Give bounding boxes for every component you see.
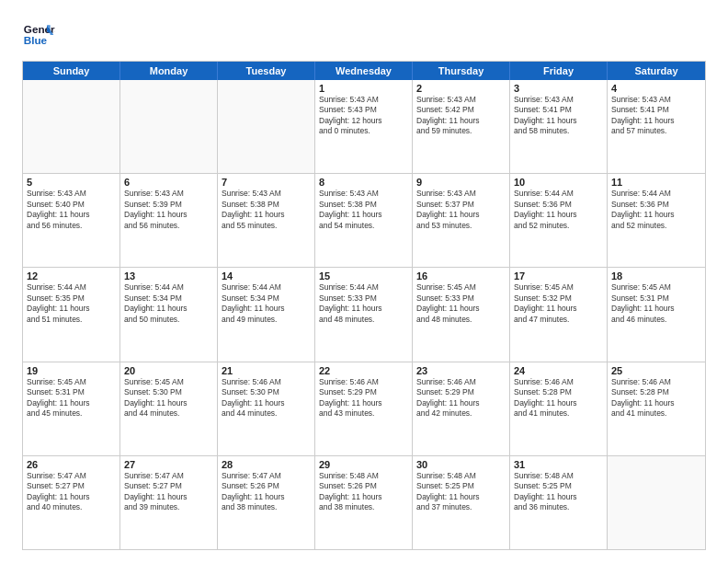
- day-cell-26: 26Sunrise: 5:47 AM Sunset: 5:27 PM Dayli…: [23, 456, 120, 549]
- day-info: Sunrise: 5:46 AM Sunset: 5:29 PM Dayligh…: [319, 377, 408, 419]
- day-number: 9: [416, 177, 506, 188]
- week-row-1: 5Sunrise: 5:43 AM Sunset: 5:40 PM Daylig…: [23, 173, 705, 267]
- day-info: Sunrise: 5:47 AM Sunset: 5:27 PM Dayligh…: [124, 471, 213, 513]
- day-info: Sunrise: 5:45 AM Sunset: 5:30 PM Dayligh…: [124, 377, 213, 419]
- day-number: 18: [611, 270, 701, 282]
- day-cell-18: 18Sunrise: 5:45 AM Sunset: 5:31 PM Dayli…: [608, 268, 705, 361]
- day-cell-24: 24Sunrise: 5:46 AM Sunset: 5:28 PM Dayli…: [510, 362, 608, 455]
- day-cell-29: 29Sunrise: 5:48 AM Sunset: 5:26 PM Dayli…: [315, 456, 413, 549]
- day-info: Sunrise: 5:47 AM Sunset: 5:27 PM Dayligh…: [27, 471, 116, 513]
- day-cell-23: 23Sunrise: 5:46 AM Sunset: 5:29 PM Dayli…: [413, 362, 510, 455]
- day-cell-28: 28Sunrise: 5:47 AM Sunset: 5:26 PM Dayli…: [218, 456, 315, 549]
- day-cell-7: 7Sunrise: 5:43 AM Sunset: 5:38 PM Daylig…: [218, 174, 315, 267]
- header-day-wednesday: Wednesday: [315, 62, 413, 80]
- day-cell-30: 30Sunrise: 5:48 AM Sunset: 5:25 PM Dayli…: [413, 456, 510, 549]
- day-number: 6: [124, 177, 213, 188]
- day-cell-27: 27Sunrise: 5:47 AM Sunset: 5:27 PM Dayli…: [120, 456, 218, 549]
- day-cell-3: 3Sunrise: 5:43 AM Sunset: 5:41 PM Daylig…: [510, 80, 608, 173]
- day-number: 21: [222, 365, 311, 376]
- day-number: 22: [319, 365, 408, 376]
- day-number: 27: [124, 459, 213, 470]
- svg-text:Blue: Blue: [24, 34, 48, 46]
- day-info: Sunrise: 5:44 AM Sunset: 5:36 PM Dayligh…: [514, 189, 603, 231]
- day-number: 16: [416, 270, 506, 282]
- day-info: Sunrise: 5:46 AM Sunset: 5:28 PM Dayligh…: [514, 377, 603, 419]
- day-number: 31: [514, 459, 603, 470]
- week-row-3: 19Sunrise: 5:45 AM Sunset: 5:31 PM Dayli…: [23, 362, 705, 455]
- day-number: 12: [27, 270, 116, 282]
- day-number: 2: [416, 83, 506, 94]
- day-number: 1: [319, 83, 408, 94]
- day-info: Sunrise: 5:46 AM Sunset: 5:28 PM Dayligh…: [611, 377, 701, 419]
- week-row-4: 26Sunrise: 5:47 AM Sunset: 5:27 PM Dayli…: [23, 455, 705, 549]
- day-info: Sunrise: 5:44 AM Sunset: 5:36 PM Dayligh…: [611, 189, 701, 231]
- day-info: Sunrise: 5:44 AM Sunset: 5:34 PM Dayligh…: [124, 282, 213, 325]
- header-day-sunday: Sunday: [23, 62, 120, 80]
- day-cell-16: 16Sunrise: 5:45 AM Sunset: 5:33 PM Dayli…: [413, 268, 510, 361]
- day-cell-10: 10Sunrise: 5:44 AM Sunset: 5:36 PM Dayli…: [510, 174, 608, 267]
- header-day-thursday: Thursday: [413, 62, 510, 80]
- day-cell-21: 21Sunrise: 5:46 AM Sunset: 5:30 PM Dayli…: [218, 362, 315, 455]
- day-number: 30: [416, 459, 506, 470]
- day-number: 17: [514, 270, 603, 282]
- day-number: 19: [27, 365, 116, 376]
- header-day-monday: Monday: [120, 62, 218, 80]
- day-number: 13: [124, 270, 213, 282]
- day-info: Sunrise: 5:43 AM Sunset: 5:43 PM Dayligh…: [319, 95, 408, 137]
- logo-icon: General Blue: [22, 18, 55, 52]
- day-cell-31: 31Sunrise: 5:48 AM Sunset: 5:25 PM Dayli…: [510, 456, 608, 549]
- week-row-2: 12Sunrise: 5:44 AM Sunset: 5:35 PM Dayli…: [23, 267, 705, 361]
- calendar-header: SundayMondayTuesdayWednesdayThursdayFrid…: [23, 62, 705, 80]
- header-day-saturday: Saturday: [608, 62, 705, 80]
- day-number: 20: [124, 365, 213, 376]
- header-day-tuesday: Tuesday: [218, 62, 315, 80]
- day-info: Sunrise: 5:47 AM Sunset: 5:26 PM Dayligh…: [222, 471, 311, 513]
- day-cell-empty: [218, 80, 315, 173]
- calendar-body: 1Sunrise: 5:43 AM Sunset: 5:43 PM Daylig…: [23, 80, 705, 549]
- day-number: 8: [319, 177, 408, 188]
- day-info: Sunrise: 5:43 AM Sunset: 5:41 PM Dayligh…: [514, 95, 603, 137]
- day-cell-12: 12Sunrise: 5:44 AM Sunset: 5:35 PM Dayli…: [23, 268, 120, 361]
- day-info: Sunrise: 5:43 AM Sunset: 5:42 PM Dayligh…: [416, 95, 506, 137]
- day-cell-2: 2Sunrise: 5:43 AM Sunset: 5:42 PM Daylig…: [413, 80, 510, 173]
- logo: General Blue: [22, 18, 55, 52]
- day-cell-empty: [120, 80, 218, 173]
- day-number: 11: [611, 177, 701, 188]
- day-cell-empty: [23, 80, 120, 173]
- day-cell-15: 15Sunrise: 5:44 AM Sunset: 5:33 PM Dayli…: [315, 268, 413, 361]
- day-info: Sunrise: 5:44 AM Sunset: 5:34 PM Dayligh…: [222, 282, 311, 325]
- day-cell-9: 9Sunrise: 5:43 AM Sunset: 5:37 PM Daylig…: [413, 174, 510, 267]
- day-info: Sunrise: 5:46 AM Sunset: 5:29 PM Dayligh…: [416, 377, 506, 419]
- day-number: 7: [222, 177, 311, 188]
- calendar: SundayMondayTuesdayWednesdayThursdayFrid…: [22, 61, 706, 550]
- day-number: 14: [222, 270, 311, 282]
- day-info: Sunrise: 5:48 AM Sunset: 5:25 PM Dayligh…: [416, 471, 506, 513]
- day-number: 28: [222, 459, 311, 470]
- day-number: 4: [611, 83, 701, 94]
- day-info: Sunrise: 5:43 AM Sunset: 5:38 PM Dayligh…: [222, 189, 311, 231]
- day-info: Sunrise: 5:43 AM Sunset: 5:39 PM Dayligh…: [124, 189, 213, 231]
- day-info: Sunrise: 5:43 AM Sunset: 5:38 PM Dayligh…: [319, 189, 408, 231]
- day-number: 25: [611, 365, 701, 376]
- day-info: Sunrise: 5:48 AM Sunset: 5:26 PM Dayligh…: [319, 471, 408, 513]
- day-info: Sunrise: 5:45 AM Sunset: 5:31 PM Dayligh…: [611, 282, 701, 325]
- day-info: Sunrise: 5:44 AM Sunset: 5:33 PM Dayligh…: [319, 282, 408, 325]
- day-info: Sunrise: 5:45 AM Sunset: 5:32 PM Dayligh…: [514, 282, 603, 325]
- day-info: Sunrise: 5:45 AM Sunset: 5:31 PM Dayligh…: [27, 377, 116, 419]
- header-day-friday: Friday: [510, 62, 608, 80]
- day-cell-19: 19Sunrise: 5:45 AM Sunset: 5:31 PM Dayli…: [23, 362, 120, 455]
- day-number: 24: [514, 365, 603, 376]
- day-cell-11: 11Sunrise: 5:44 AM Sunset: 5:36 PM Dayli…: [608, 174, 705, 267]
- day-cell-25: 25Sunrise: 5:46 AM Sunset: 5:28 PM Dayli…: [608, 362, 705, 455]
- day-number: 10: [514, 177, 603, 188]
- day-cell-empty: [608, 456, 705, 549]
- day-cell-5: 5Sunrise: 5:43 AM Sunset: 5:40 PM Daylig…: [23, 174, 120, 267]
- day-info: Sunrise: 5:43 AM Sunset: 5:41 PM Dayligh…: [611, 95, 701, 137]
- day-cell-6: 6Sunrise: 5:43 AM Sunset: 5:39 PM Daylig…: [120, 174, 218, 267]
- day-info: Sunrise: 5:46 AM Sunset: 5:30 PM Dayligh…: [222, 377, 311, 419]
- page: General Blue SundayMondayTuesdayWednesda…: [0, 0, 728, 563]
- day-info: Sunrise: 5:43 AM Sunset: 5:40 PM Dayligh…: [27, 189, 116, 231]
- day-number: 23: [416, 365, 506, 376]
- day-info: Sunrise: 5:44 AM Sunset: 5:35 PM Dayligh…: [27, 282, 116, 325]
- day-cell-8: 8Sunrise: 5:43 AM Sunset: 5:38 PM Daylig…: [315, 174, 413, 267]
